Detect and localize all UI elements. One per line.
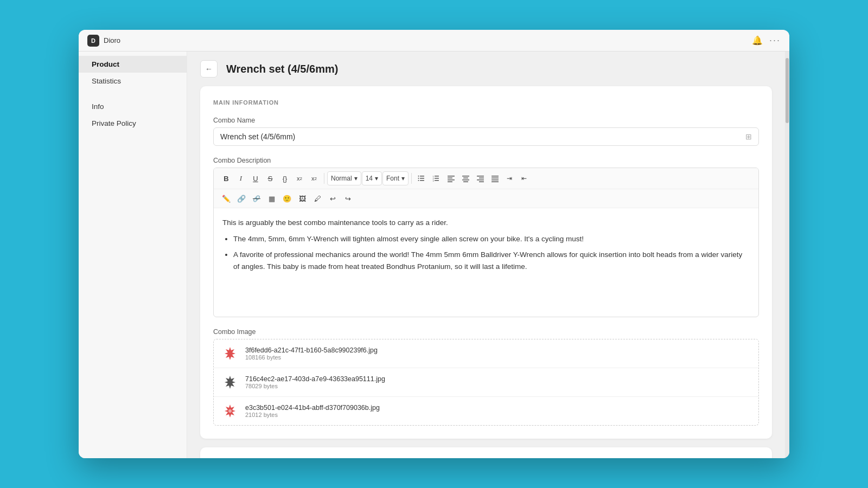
image-list: 3f6fedd6-a21c-47f1-b160-5a8c990239f6.jpg… xyxy=(213,339,759,426)
image-info-2: 716c4ec2-ae17-403d-a7e9-43633ea95111.jpg… xyxy=(245,375,385,389)
svg-rect-17 xyxy=(463,177,468,178)
format-select[interactable]: Normal ▾ xyxy=(327,171,361,185)
svg-rect-7 xyxy=(435,178,439,179)
strikethrough-button[interactable]: S xyxy=(263,171,277,185)
image-thumb-1 xyxy=(221,345,239,362)
back-arrow-icon: ← xyxy=(205,65,213,73)
chevron-down-icon: ▾ xyxy=(354,175,358,182)
link-button[interactable]: 🔗 xyxy=(234,191,248,206)
image-info-3: e3c3b501-e024-41b4-abff-d370f709036b.jpg… xyxy=(245,404,380,418)
svg-rect-27 xyxy=(492,181,499,182)
align-justify-button[interactable] xyxy=(488,171,502,185)
undo-button[interactable]: ↩ xyxy=(326,191,340,206)
svg-rect-0 xyxy=(420,176,424,177)
svg-rect-20 xyxy=(477,176,484,177)
image-info-1: 3f6fedd6-a21c-47f1-b160-5a8c990239f6.jpg… xyxy=(245,346,378,361)
back-button[interactable]: ← xyxy=(200,60,218,78)
list-item: 3f6fedd6-a21c-47f1-b160-5a8c990239f6.jpg… xyxy=(214,339,758,368)
rich-text-editor: B I U S {} x2 x2 Normal ▾ xyxy=(213,168,759,317)
app-logo: D xyxy=(87,35,99,47)
svg-rect-14 xyxy=(448,179,455,181)
combo-name-input[interactable]: Wrench set (4/5/6mm) ⊞ xyxy=(213,127,759,146)
filename-3: e3c3b501-e024-41b4-abff-d370f709036b.jpg xyxy=(245,404,380,412)
unordered-list-button[interactable] xyxy=(414,171,429,185)
image-thumb-2 xyxy=(221,374,239,391)
image-button[interactable]: 🖼 xyxy=(295,191,309,206)
svg-point-3 xyxy=(418,176,419,177)
emoji-button[interactable]: 🙂 xyxy=(280,191,294,206)
svg-point-5 xyxy=(418,180,419,181)
list-item: 716c4ec2-ae17-403d-a7e9-43633ea95111.jpg… xyxy=(214,368,758,397)
filesize-3: 21012 bytes xyxy=(245,412,380,418)
svg-rect-13 xyxy=(448,177,452,178)
unlink-button[interactable]: 🔗 xyxy=(250,191,264,206)
filesize-1: 108166 bytes xyxy=(245,354,378,361)
page-title: Wrench set (4/5/6mm) xyxy=(226,63,338,75)
font-chevron-icon: ▾ xyxy=(401,175,405,182)
section-title-main-info: MAIN INFORMATION xyxy=(213,99,759,106)
input-icon: ⊞ xyxy=(745,132,752,141)
outdent-button[interactable]: ⇤ xyxy=(517,171,531,185)
subscript-button[interactable]: x2 xyxy=(307,171,321,185)
code-button[interactable]: {} xyxy=(278,171,292,185)
svg-rect-16 xyxy=(462,176,469,177)
align-right-button[interactable] xyxy=(473,171,487,185)
svg-point-28 xyxy=(228,409,232,413)
editor-content[interactable]: This is arguably the best combo maintena… xyxy=(214,208,758,317)
sidebar: Product Statistics Info Private Policy xyxy=(79,52,187,458)
scrollbar-thumb[interactable] xyxy=(786,58,789,123)
svg-rect-21 xyxy=(479,177,484,178)
table-button[interactable]: ▦ xyxy=(265,191,279,206)
content-area: ← Wrench set (4/5/6mm) MAIN INFORMATION … xyxy=(187,52,785,458)
combo-desc-label: Combo Description xyxy=(213,157,759,164)
sidebar-item-statistics[interactable]: Statistics xyxy=(79,73,187,89)
image-thumb-3 xyxy=(221,402,239,420)
ordered-list-button[interactable]: 123 xyxy=(429,171,443,185)
app-title: Dioro xyxy=(104,36,120,44)
svg-rect-1 xyxy=(420,178,424,179)
font-size-chevron-icon: ▾ xyxy=(375,175,378,182)
pencil-button[interactable]: ✏️ xyxy=(219,191,233,206)
page-header: ← Wrench set (4/5/6mm) xyxy=(187,52,785,86)
indent-button[interactable]: ⇥ xyxy=(502,171,516,185)
svg-text:3: 3 xyxy=(433,179,435,182)
underline-button[interactable]: U xyxy=(248,171,263,185)
svg-rect-25 xyxy=(492,177,499,178)
sidebar-item-product[interactable]: Product xyxy=(79,56,187,73)
editor-bullet-2: A favorite of professional mechanics aro… xyxy=(233,249,750,272)
align-left-button[interactable] xyxy=(444,171,458,185)
combo-name-label: Combo Name xyxy=(213,117,759,124)
font-size-select[interactable]: 14 ▾ xyxy=(362,171,382,185)
toolbar-divider-2 xyxy=(411,173,412,184)
discount-card: DISCOUNT xyxy=(200,447,772,458)
svg-rect-18 xyxy=(462,179,469,181)
italic-button[interactable]: I xyxy=(234,171,248,185)
toolbar-divider-1 xyxy=(324,173,324,184)
superscript-button[interactable]: x2 xyxy=(292,171,307,185)
sidebar-item-private-policy[interactable]: Private Policy xyxy=(79,115,187,132)
svg-rect-12 xyxy=(448,176,455,177)
combo-image-label: Combo Image xyxy=(213,328,759,336)
scrollbar-track[interactable] xyxy=(785,52,789,458)
svg-rect-2 xyxy=(420,180,424,181)
redo-button[interactable]: ↪ xyxy=(341,191,355,206)
filename-1: 3f6fedd6-a21c-47f1-b160-5a8c990239f6.jpg xyxy=(245,346,378,354)
svg-rect-23 xyxy=(479,181,484,182)
titlebar: D Dioro 🔔 ··· xyxy=(79,30,789,52)
sidebar-item-info[interactable]: Info xyxy=(79,98,187,115)
svg-rect-6 xyxy=(435,176,439,177)
svg-rect-19 xyxy=(463,181,468,182)
editor-paragraph: This is arguably the best combo maintena… xyxy=(222,217,750,229)
editor-toolbar-row1: B I U S {} x2 x2 Normal ▾ xyxy=(214,168,758,189)
bold-button[interactable]: B xyxy=(219,171,233,185)
highlight-button[interactable]: 🖊 xyxy=(310,191,324,206)
font-select[interactable]: Font ▾ xyxy=(382,171,409,185)
svg-rect-8 xyxy=(435,180,439,181)
align-center-button[interactable] xyxy=(458,171,473,185)
main-info-card: MAIN INFORMATION Combo Name Wrench set (… xyxy=(200,86,772,439)
editor-toolbar-row2: ✏️ 🔗 🔗 ▦ 🙂 🖼 🖊 ↩ ↪ xyxy=(214,189,758,208)
bell-icon[interactable]: 🔔 xyxy=(752,35,763,46)
svg-point-4 xyxy=(418,178,419,179)
more-options-icon[interactable]: ··· xyxy=(769,35,781,46)
filesize-2: 78029 bytes xyxy=(245,383,385,389)
